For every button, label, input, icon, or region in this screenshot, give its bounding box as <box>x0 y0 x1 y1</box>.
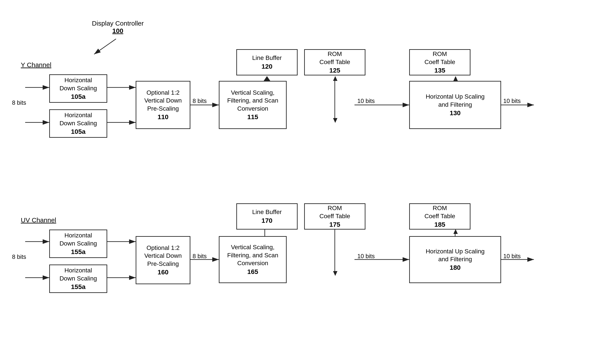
svg-marker-13 <box>264 76 270 81</box>
line-buf-170-box: Line Buffer 170 <box>236 203 298 229</box>
hds-105a-bottom-box: HorizontalDown Scaling 105a <box>49 109 107 138</box>
svg-line-39 <box>94 39 116 54</box>
opt-160-box: Optional 1:2Vertical DownPre-Scaling 160 <box>136 236 190 284</box>
bits-8-mid-bottom: 8 bits <box>193 253 207 260</box>
vs-165-box: Vertical Scaling,Filtering, and ScanConv… <box>219 236 287 283</box>
rom-175-box: ROMCoeff Table 175 <box>304 203 366 229</box>
rom-125-box: ROMCoeff Table 125 <box>304 49 366 75</box>
bits-10-top-out: 10 bits <box>503 98 521 104</box>
vs-115-box: Vertical Scaling,Filtering, and ScanConv… <box>219 81 287 129</box>
bits-10-bottom: 10 bits <box>357 253 375 260</box>
hus-130-box: Horizontal Up Scalingand Filtering 130 <box>409 81 501 129</box>
svg-marker-17 <box>333 118 338 123</box>
line-buf-120-box: Line Buffer 120 <box>236 49 298 75</box>
hds-105a-top-box: HorizontalDown Scaling 105a <box>49 74 107 103</box>
hus-180-box: Horizontal Up Scalingand Filtering 180 <box>409 236 501 283</box>
hds-155a-bottom-box: HorizontalDown Scaling 155a <box>49 264 107 293</box>
svg-marker-20 <box>453 76 458 81</box>
bits-8-bottom-left: 8 bits <box>12 254 26 260</box>
diagram: Display Controller 100 Y Channel UV Chan… <box>0 0 600 364</box>
svg-marker-36 <box>453 229 458 234</box>
bits-8-top-left: 8 bits <box>12 100 26 106</box>
svg-marker-33 <box>333 271 338 276</box>
opt-110-box: Optional 1:2Vertical DownPre-Scaling 110 <box>136 81 190 129</box>
bits-8-mid-top: 8 bits <box>193 98 207 104</box>
hds-155a-top-box: HorizontalDown Scaling 155a <box>49 229 107 258</box>
display-controller-label: Display Controller 100 <box>92 20 144 35</box>
arrows-svg <box>0 0 600 364</box>
bits-10-top: 10 bits <box>357 98 375 104</box>
rom-135-box: ROMCoeff Table 135 <box>409 49 470 75</box>
bits-10-bottom-out: 10 bits <box>503 253 521 260</box>
rom-185-box: ROMCoeff Table 185 <box>409 203 470 229</box>
svg-marker-16 <box>333 76 338 81</box>
y-channel-label: Y Channel <box>21 61 51 69</box>
uv-channel-label: UV Channel <box>21 217 56 224</box>
